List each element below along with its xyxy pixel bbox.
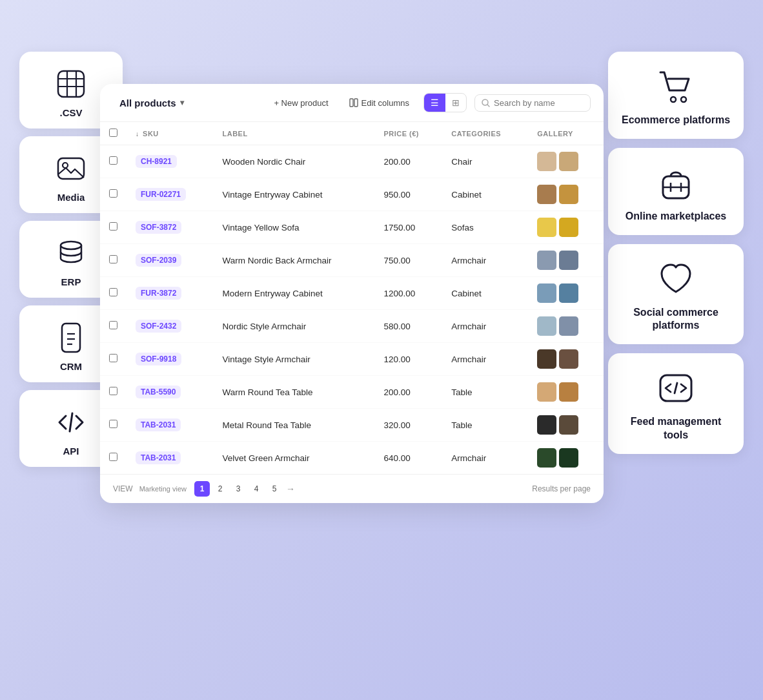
gallery-thumb — [537, 283, 556, 303]
col-categories[interactable]: CATEGORIES — [442, 122, 528, 145]
price-value: 640.00 — [374, 442, 442, 475]
label-value: Nordic Style Armchair — [213, 310, 374, 343]
erp-label: ERP — [61, 276, 81, 287]
gallery — [537, 382, 595, 402]
row-checkbox[interactable] — [109, 354, 117, 362]
page-number-1[interactable]: 1 — [194, 481, 210, 497]
gallery-thumb — [537, 448, 556, 468]
page-number-4[interactable]: 4 — [249, 481, 264, 497]
gallery — [537, 448, 595, 468]
edit-columns-button[interactable]: Edit columns — [343, 94, 416, 112]
row-checkbox[interactable] — [109, 189, 117, 198]
sku-value: SOF-2432 — [136, 320, 181, 333]
sku-value: TAB-2031 — [136, 418, 181, 431]
gallery-thumb — [559, 283, 578, 303]
select-all-checkbox[interactable] — [109, 129, 117, 137]
gallery-thumb — [559, 415, 578, 435]
search-box — [474, 94, 591, 112]
category-value: Cabinet — [442, 277, 528, 310]
row-checkbox[interactable] — [109, 222, 117, 231]
gallery — [537, 415, 595, 435]
document-icon — [53, 320, 89, 356]
row-checkbox[interactable] — [109, 288, 117, 296]
gallery-thumb — [559, 316, 578, 336]
view-toggle: ☰ ⊞ — [423, 93, 467, 112]
category-value: Chair — [442, 145, 528, 178]
category-value: Table — [442, 409, 528, 442]
gallery-thumb — [559, 218, 578, 237]
list-view-button[interactable]: ☰ — [424, 94, 445, 112]
products-dropdown[interactable]: All products ▾ — [113, 94, 190, 112]
sort-icon: ↓ — [136, 130, 139, 138]
new-product-button[interactable]: + New product — [267, 94, 334, 112]
feed-card[interactable]: Feed management tools — [608, 353, 744, 454]
crm-label: CRM — [60, 361, 82, 372]
col-price[interactable]: PRICE (€) — [374, 122, 442, 145]
page-number-3[interactable]: 3 — [230, 481, 246, 497]
page-next-button[interactable]: → — [286, 484, 295, 494]
label-value: Vintage Entryway Cabinet — [213, 178, 374, 211]
results-label: Results per page — [532, 484, 591, 493]
svg-rect-5 — [58, 158, 84, 179]
row-checkbox[interactable] — [109, 321, 117, 329]
code-icon — [53, 404, 89, 440]
label-value: Warm Round Tea Table — [213, 376, 374, 409]
row-checkbox[interactable] — [109, 453, 117, 461]
gallery — [537, 185, 595, 204]
new-product-label: + New product — [274, 98, 328, 108]
row-checkbox[interactable] — [109, 420, 117, 428]
grid-view-button[interactable]: ⊞ — [445, 94, 466, 112]
table-row: SOF-2432 Nordic Style Armchair 580.00 Ar… — [100, 310, 604, 343]
marketplace-card[interactable]: Online marketplaces — [608, 148, 744, 235]
marketing-view-label: Marketing view — [139, 485, 187, 493]
gallery-thumb — [537, 415, 556, 435]
table-icon — [53, 66, 89, 102]
col-label[interactable]: LABEL — [213, 122, 374, 145]
table-row: CH-8921 Wooden Nordic Chair 200.00 Chair — [100, 145, 604, 178]
page-number-2[interactable]: 2 — [212, 481, 228, 497]
table-header: ↓ SKU LABEL PRICE (€) CATEGORIES GALLERY — [100, 122, 604, 145]
row-checkbox[interactable] — [109, 387, 117, 395]
col-gallery[interactable]: GALLERY — [528, 122, 604, 145]
price-value: 1200.00 — [374, 277, 442, 310]
row-checkbox[interactable] — [109, 156, 117, 165]
gallery — [537, 316, 595, 336]
main-panel: All products ▾ + New product Edit column… — [100, 84, 604, 503]
price-value: 200.00 — [374, 145, 442, 178]
category-value: Armchair — [442, 244, 528, 277]
gallery-thumb — [537, 218, 556, 237]
col-sku[interactable]: ↓ SKU — [127, 122, 213, 145]
category-value: Cabinet — [442, 178, 528, 211]
gallery-thumb — [559, 382, 578, 402]
category-value: Table — [442, 376, 528, 409]
gallery — [537, 251, 595, 270]
price-value: 1750.00 — [374, 211, 442, 244]
right-sidebar: Ecommerce platforms Online marketplaces … — [608, 52, 744, 454]
edit-columns-label: Edit columns — [361, 98, 409, 108]
feed-label: Feed management tools — [620, 415, 732, 442]
social-card[interactable]: Social commerce platforms — [608, 244, 744, 345]
gallery-thumb — [537, 251, 556, 270]
products-table: ↓ SKU LABEL PRICE (€) CATEGORIES GALLERY… — [100, 122, 604, 474]
ecommerce-card[interactable]: Ecommerce platforms — [608, 52, 744, 139]
gallery — [537, 152, 595, 171]
search-icon — [482, 99, 490, 107]
sku-value: FUR-3872 — [136, 287, 181, 300]
ecommerce-label: Ecommerce platforms — [622, 114, 730, 127]
table-row: SOF-2039 Warm Nordic Back Armchair 750.0… — [100, 244, 604, 277]
page-label: VIEW — [113, 484, 133, 493]
sku-value: CH-8921 — [136, 155, 177, 168]
table-row: TAB-2031 Metal Round Tea Table 320.00 Ta… — [100, 409, 604, 442]
category-value: Armchair — [442, 310, 528, 343]
page-number-5[interactable]: 5 — [267, 481, 282, 497]
bag-icon — [655, 162, 697, 203]
price-value: 580.00 — [374, 310, 442, 343]
gallery — [537, 283, 595, 303]
gallery-thumb — [559, 251, 578, 270]
table-row: FUR-3872 Modern Entryway Cabinet 1200.00… — [100, 277, 604, 310]
row-checkbox[interactable] — [109, 255, 117, 263]
table-row: SOF-3872 Vintage Yellow Sofa 1750.00 Sof… — [100, 211, 604, 244]
page-numbers: 12345 — [194, 481, 282, 497]
gallery-thumb — [559, 185, 578, 204]
search-input[interactable] — [494, 98, 578, 108]
